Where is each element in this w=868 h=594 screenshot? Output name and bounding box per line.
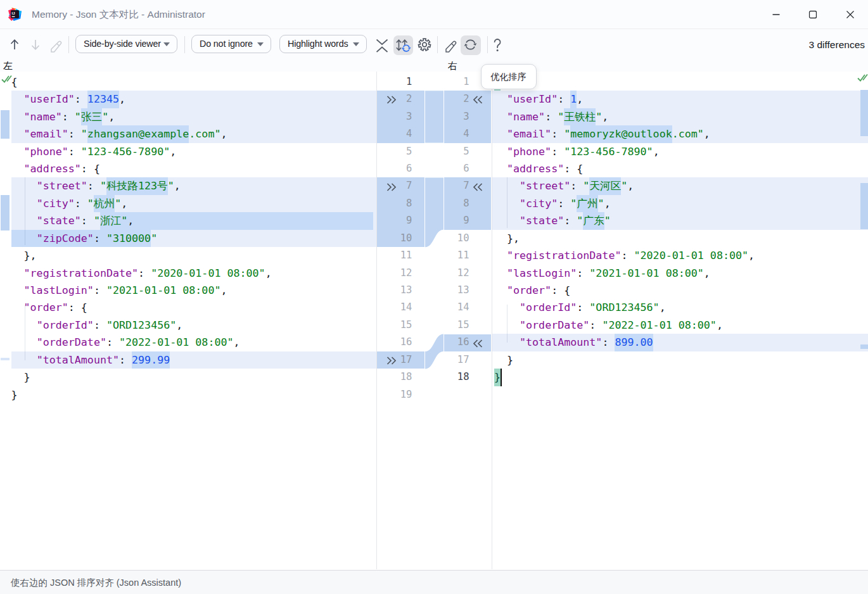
code-token: 浙江 bbox=[100, 212, 121, 229]
code-token: : bbox=[94, 282, 106, 299]
code-token bbox=[11, 212, 37, 229]
code-token bbox=[11, 160, 24, 177]
previous-difference-icon[interactable] bbox=[9, 29, 20, 60]
apply-left-chevron-icon[interactable] bbox=[473, 182, 483, 191]
diff-connector bbox=[425, 91, 444, 142]
edit-icon[interactable] bbox=[49, 29, 62, 60]
apply-right-chevron-icon[interactable] bbox=[386, 356, 396, 364]
ignore-policy-label: Do not ignore bbox=[200, 39, 253, 49]
code-token: : bbox=[570, 177, 583, 194]
apply-right-chevron-icon[interactable] bbox=[386, 95, 396, 103]
edit-source-icon[interactable] bbox=[443, 29, 458, 60]
code-token: "userId" bbox=[507, 91, 558, 108]
apply-left-chevron-icon[interactable] bbox=[473, 339, 483, 347]
close-icon bbox=[846, 10, 855, 18]
diff-window: IJ Memory - Json 文本对比 - Administrator S bbox=[0, 0, 868, 594]
settings-gear-icon[interactable] bbox=[416, 29, 433, 60]
status-message: 使右边的 JSON 排序对齐 (Json Assistant) bbox=[11, 578, 181, 588]
code-token: "phone" bbox=[507, 143, 551, 160]
optimize-sort-icon[interactable] bbox=[461, 29, 480, 60]
code-token bbox=[11, 334, 37, 351]
next-difference-icon[interactable] bbox=[30, 29, 41, 60]
code-line: "state": "浙江", bbox=[11, 212, 376, 229]
code-token: "email" bbox=[507, 125, 551, 142]
code-token: { bbox=[564, 282, 570, 299]
code-token: , bbox=[604, 195, 611, 212]
code-token: "2021-01-01 08:00" bbox=[106, 282, 221, 299]
right-scrollbar-diff-mark[interactable] bbox=[860, 344, 868, 349]
left-editor[interactable]: { "userId": 12345, "name": "张三", "email"… bbox=[11, 72, 376, 403]
viewer-mode-dropdown[interactable]: Side-by-side viewer bbox=[75, 35, 177, 53]
apply-left-chevron-icon[interactable] bbox=[473, 95, 483, 103]
line-number: 3 bbox=[444, 108, 492, 125]
code-token: 广州 bbox=[577, 195, 597, 212]
line-number: 12 bbox=[444, 265, 492, 282]
line-number: 5 bbox=[444, 143, 492, 160]
right-pane-label: 右 bbox=[448, 60, 457, 71]
right-editor[interactable]: { "userId": 1, "name": "王铁柱", "email": "… bbox=[492, 72, 868, 386]
chevron-down-icon bbox=[163, 42, 170, 46]
code-token: , bbox=[627, 177, 634, 194]
code-token: { bbox=[94, 160, 100, 177]
code-line: "userId": 12345, bbox=[11, 91, 376, 108]
left-scrollbar-diff-mark[interactable] bbox=[1, 358, 10, 360]
code-token: , bbox=[717, 317, 723, 334]
code-token: "310000 bbox=[106, 230, 151, 247]
code-token: : bbox=[551, 282, 564, 299]
close-button[interactable] bbox=[836, 0, 865, 28]
code-token bbox=[11, 317, 37, 334]
code-token: "phone" bbox=[24, 143, 68, 160]
code-token: , bbox=[170, 143, 176, 160]
code-token: : bbox=[551, 143, 564, 160]
code-token: , bbox=[653, 143, 660, 160]
code-line: "lastLogin": "2021-01-01 08:00", bbox=[492, 265, 868, 282]
changes-applied-check-icon[interactable] bbox=[857, 73, 868, 82]
right-scrollbar-diff-mark[interactable] bbox=[860, 90, 868, 136]
code-line: } bbox=[11, 386, 376, 403]
code-token: , bbox=[704, 265, 710, 282]
code-token: } bbox=[494, 369, 501, 386]
apply-right-chevron-icon[interactable] bbox=[386, 182, 396, 191]
code-token: " bbox=[151, 230, 157, 247]
code-token: : bbox=[577, 299, 589, 316]
line-number: 15 bbox=[444, 317, 492, 334]
left-scrollbar-diff-mark[interactable] bbox=[1, 110, 10, 139]
minimize-button[interactable] bbox=[762, 0, 791, 28]
code-token: "orderDate" bbox=[520, 317, 589, 334]
sort-align-icon[interactable] bbox=[394, 29, 413, 60]
code-token: "street" bbox=[520, 177, 570, 194]
help-icon[interactable] bbox=[492, 29, 503, 60]
code-token: " bbox=[558, 108, 564, 125]
code-token: : bbox=[68, 125, 81, 142]
code-token: , bbox=[234, 334, 240, 351]
line-number: 4 bbox=[377, 125, 425, 142]
diff-connector bbox=[425, 334, 444, 369]
code-line: "registrationDate": "2020-01-01 08:00", bbox=[492, 247, 868, 264]
code-line: "street": "天河区", bbox=[492, 177, 868, 194]
code-token: : bbox=[545, 108, 558, 125]
code-token: : bbox=[621, 247, 634, 264]
code-token bbox=[494, 265, 507, 282]
indent-guide bbox=[25, 177, 25, 245]
code-token: 299.99 bbox=[132, 351, 170, 369]
code-line: "lastLogin": "2021-01-01 08:00", bbox=[11, 282, 376, 299]
code-token bbox=[11, 299, 24, 316]
optimize-sort-tooltip: 优化排序 bbox=[481, 64, 537, 90]
left-scrollbar-diff-mark[interactable] bbox=[1, 195, 10, 231]
collapse-unchanged-icon[interactable] bbox=[375, 29, 389, 60]
toolbar-separator bbox=[184, 36, 185, 53]
code-token: 王铁柱 bbox=[564, 108, 596, 125]
code-token: : bbox=[87, 177, 100, 194]
code-token: : bbox=[68, 299, 81, 316]
code-token: : bbox=[558, 195, 570, 212]
maximize-button[interactable] bbox=[798, 0, 827, 28]
changes-applied-check-icon[interactable] bbox=[1, 74, 12, 84]
code-token bbox=[494, 160, 507, 177]
ignore-policy-dropdown[interactable]: Do not ignore bbox=[191, 35, 271, 53]
code-token bbox=[494, 108, 507, 125]
code-token: , bbox=[704, 125, 710, 142]
code-token: "registrationDate" bbox=[24, 265, 139, 282]
code-token: : bbox=[558, 91, 570, 108]
right-scrollbar-diff-mark[interactable] bbox=[860, 183, 868, 229]
highlight-mode-dropdown[interactable]: Highlight words bbox=[279, 35, 367, 53]
